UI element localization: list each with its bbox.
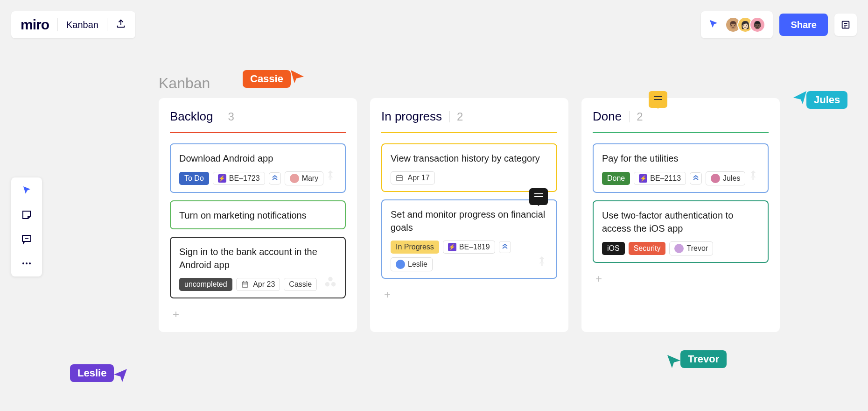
remote-cursor: Trevor <box>667 350 727 368</box>
priority-icon <box>690 172 702 184</box>
column-count: 2 <box>629 110 643 123</box>
kanban-column[interactable]: Done 2 Pay for the utilitiesDone⚡BE–2113… <box>581 98 780 332</box>
status-tag: Done <box>602 172 630 185</box>
card-title: Use two-factor authentication to access … <box>602 209 759 235</box>
avatar[interactable]: 👨🏿 <box>749 17 765 33</box>
assignee-tag: Jules <box>706 171 745 185</box>
svg-point-14 <box>325 282 329 286</box>
comment-bubble[interactable] <box>649 91 667 108</box>
card-title: Sign in to the bank account in the Andro… <box>179 245 336 271</box>
card-title: View transaction history by category <box>391 152 548 165</box>
kanban-card[interactable]: Use two-factor authentication to access … <box>593 200 769 263</box>
svg-rect-16 <box>397 176 402 181</box>
status-tag: iOS <box>602 242 625 255</box>
status-tag: Security <box>629 242 666 255</box>
add-card-button[interactable]: + <box>170 306 346 323</box>
column-count: 2 <box>449 110 463 123</box>
svg-point-6 <box>22 262 24 264</box>
status-tag: uncompleted <box>179 278 232 291</box>
ticket-tag: ⚡BE–1819 <box>443 241 495 254</box>
miro-logo: miro <box>21 17 49 33</box>
kanban-column[interactable]: In progress 2 View transaction history b… <box>370 98 568 332</box>
date-tag: Apr 23 <box>236 278 280 291</box>
cursor-label: Leslie <box>70 364 114 382</box>
sticky-note-tool[interactable] <box>20 208 33 221</box>
ticket-tag: ⚡BE–1723 <box>213 172 265 185</box>
svg-point-15 <box>331 282 336 286</box>
status-tag: In Progress <box>391 241 439 254</box>
ticket-tag: ⚡BE–2113 <box>634 172 686 185</box>
column-title[interactable]: In progress <box>381 109 442 124</box>
svg-point-13 <box>328 277 332 281</box>
card-title: Turn on marketing notifications <box>179 209 336 222</box>
canvas-frame-title[interactable]: Kanban <box>159 75 210 92</box>
svg-point-8 <box>29 262 31 264</box>
jira-icon <box>746 170 760 185</box>
kanban-card[interactable]: View transaction history by category Apr… <box>381 143 557 192</box>
kanban-card[interactable]: Download Android appTo Do⚡BE–1723Mary <box>170 143 346 193</box>
activity-button[interactable] <box>834 14 857 36</box>
card-title: Set and monitor progress on financial go… <box>391 208 548 234</box>
kanban-column[interactable]: Backlog 3 Download Android appTo Do⚡BE–1… <box>159 98 357 332</box>
date-tag: Apr 17 <box>391 171 435 184</box>
card-title: Pay for the utilities <box>602 152 759 165</box>
card-title: Download Android app <box>179 152 336 165</box>
remote-cursor: Cassie <box>243 70 304 88</box>
board-name[interactable]: Kanban <box>66 20 98 30</box>
status-tag: To Do <box>179 172 209 185</box>
remote-cursor: Jules <box>793 91 847 109</box>
cursor-label: Trevor <box>680 350 727 368</box>
kanban-card[interactable]: Pay for the utilitiesDone⚡BE–2113Jules <box>593 143 769 193</box>
jira-icon <box>323 170 337 185</box>
export-icon[interactable] <box>116 19 126 31</box>
remote-cursor: Leslie <box>70 364 127 382</box>
divider <box>57 18 58 31</box>
comment-tool[interactable] <box>20 233 33 246</box>
priority-icon <box>269 172 281 184</box>
assignee-tag: Leslie <box>391 257 433 271</box>
assignee-tag: Mary <box>285 171 324 185</box>
jira-icon <box>535 255 549 271</box>
column-title[interactable]: Backlog <box>170 109 213 124</box>
left-toolbar <box>11 177 42 276</box>
add-card-button[interactable]: + <box>593 270 769 287</box>
column-count: 3 <box>221 110 234 123</box>
share-button[interactable]: Share <box>779 14 828 36</box>
svg-point-7 <box>26 262 28 264</box>
kanban-card[interactable]: Set and monitor progress on financial go… <box>381 199 557 279</box>
kanban-card[interactable]: Turn on marketing notifications <box>170 200 346 229</box>
text-tag: Cassie <box>284 278 317 291</box>
comment-bubble[interactable] <box>529 188 548 205</box>
board-header: miro Kanban <box>11 11 135 38</box>
collaborators-box: 👨🏽 👩🏻 👨🏿 <box>701 11 773 38</box>
assignee-tag: Trevor <box>669 241 713 255</box>
divider <box>107 18 107 31</box>
kanban-card[interactable]: Sign in to the bank account in the Andro… <box>170 237 346 298</box>
column-title[interactable]: Done <box>593 109 622 124</box>
svg-rect-9 <box>242 282 248 287</box>
priority-icon <box>499 241 511 253</box>
cursor-mode-icon[interactable] <box>708 19 719 31</box>
more-tools[interactable] <box>20 257 33 270</box>
add-card-button[interactable]: + <box>381 286 557 303</box>
collaborator-avatars[interactable]: 👨🏽 👩🏻 👨🏿 <box>725 17 765 33</box>
select-tool[interactable] <box>20 184 33 197</box>
asana-icon <box>323 275 337 291</box>
cursor-label: Jules <box>806 91 847 109</box>
cursor-label: Cassie <box>243 70 291 88</box>
